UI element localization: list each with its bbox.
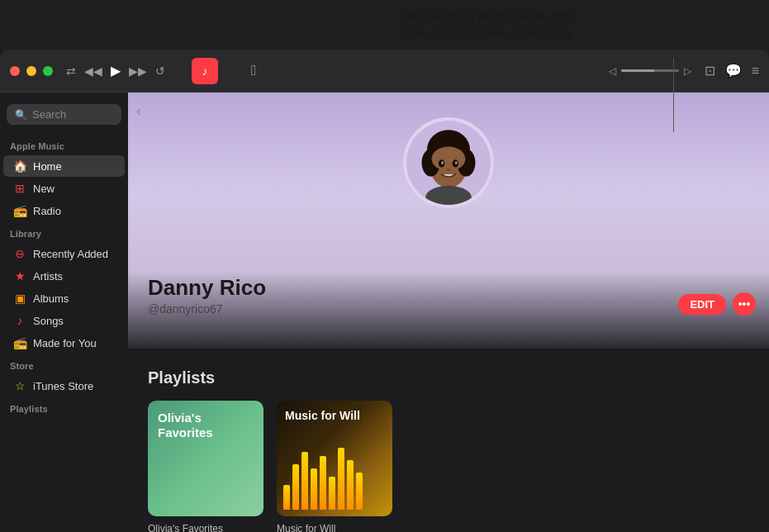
airplay-icon[interactable]: ⊡ xyxy=(705,63,715,78)
sidebar-section-playlists: Playlists xyxy=(0,397,128,417)
playlist-cover-olivias-favorites: Olivia's Favorites xyxy=(148,401,263,516)
playlists-title: Playlists xyxy=(148,368,749,387)
bar-2 xyxy=(292,464,299,510)
sidebar-item-albums[interactable]: ▣ Albums xyxy=(3,287,125,309)
sidebar-item-radio[interactable]: 📻 Radio xyxy=(3,200,125,221)
artists-icon: ★ xyxy=(13,269,26,283)
recently-added-icon: ⊖ xyxy=(13,247,26,260)
music-app-icon: ♪ xyxy=(192,58,218,84)
close-button[interactable] xyxy=(10,66,20,76)
playlist-cover-music-for-will: Music for Will xyxy=(277,401,392,516)
main-layout: 🔍 Search Apple Music 🏠 Home ⊞ New 📻 Radi… xyxy=(0,93,769,532)
content-area: ‹ xyxy=(128,93,769,532)
sidebar-item-itunes-store[interactable]: ☆ iTunes Store xyxy=(3,375,125,397)
repeat-button[interactable]: ↺ xyxy=(155,64,165,78)
profile-actions: EDIT ••• xyxy=(678,292,756,316)
tooltip-line2: (inkludert spesifikke spillelister). xyxy=(401,26,575,40)
bar-3 xyxy=(301,452,308,510)
forward-button[interactable]: ▶▶ xyxy=(129,64,147,78)
sidebar-item-radio-label: Radio xyxy=(33,205,61,217)
playlist-name-music-for-will: Music for Will xyxy=(277,523,392,532)
bar-6 xyxy=(329,477,335,510)
sidebar-item-itunes-store-label: iTunes Store xyxy=(33,380,93,392)
window-controls xyxy=(10,66,53,76)
search-icon: 🔍 xyxy=(15,109,27,121)
sidebar-item-new-label: New xyxy=(33,183,55,195)
albums-icon: ▣ xyxy=(13,292,26,305)
playlists-section: Playlists Olivia's Favorites Ol xyxy=(128,349,769,532)
sidebar-item-artists[interactable]: ★ Artists xyxy=(3,265,125,287)
svg-point-6 xyxy=(432,147,466,172)
volume-low-icon: ◁ xyxy=(609,65,616,77)
search-bar[interactable]: 🔍 Search xyxy=(7,104,121,125)
volume-high-icon: ▷ xyxy=(684,65,691,77)
made-for-you-icon: 📻 xyxy=(13,336,26,349)
more-options-button[interactable]: ••• xyxy=(733,292,756,316)
sidebar-item-recently-added[interactable]: ⊖ Recently Added xyxy=(3,243,125,264)
bar-8 xyxy=(347,460,354,510)
sidebar-item-made-for-you[interactable]: 📻 Made for You xyxy=(3,332,125,354)
bar-7 xyxy=(338,448,344,510)
header-action-icons: ⊡ 💬 ≡ xyxy=(705,63,759,78)
playlist-name-olivias-favorites: Olivia's Favorites xyxy=(148,523,263,532)
tooltip-annotation: Velg hvem du deler musikk med (inkludert… xyxy=(347,7,628,41)
back-button[interactable]: ‹ xyxy=(136,102,141,120)
songs-icon: ♪ xyxy=(13,314,26,327)
edit-button[interactable]: EDIT xyxy=(678,294,726,315)
bar-1 xyxy=(283,485,290,510)
svg-point-13 xyxy=(425,186,472,208)
lyrics-icon[interactable]: 💬 xyxy=(725,63,742,78)
sidebar-item-songs[interactable]: ♪ Songs xyxy=(3,310,125,331)
playlist-card-olivias-favorites[interactable]: Olivia's Favorites Olivia's Favorites Up… xyxy=(148,401,263,532)
profile-avatar xyxy=(403,117,494,208)
shuffle-button[interactable]: ⇄ xyxy=(66,64,76,78)
profile-name-area: Danny Rico @dannyrico67 xyxy=(148,275,266,316)
back-button[interactable]: ◀◀ xyxy=(84,64,102,78)
volume-control[interactable]: ◁ ▷ xyxy=(609,65,691,77)
sidebar-section-library: Library xyxy=(0,222,128,242)
ellipsis-icon: ••• xyxy=(738,297,751,311)
volume-slider[interactable] xyxy=(621,69,679,72)
bar-9 xyxy=(356,473,363,510)
playlist-card-music-for-will[interactable]: Music for Will Music for Will Updated 2 … xyxy=(277,401,392,532)
new-icon: ⊞ xyxy=(13,182,26,195)
sidebar-section-store: Store xyxy=(0,354,128,374)
will-cover-text: Music for Will xyxy=(285,409,360,423)
itunes-store-icon: ☆ xyxy=(13,379,26,392)
will-bars-chart xyxy=(283,444,363,510)
transport-controls: ⇄ ◀◀ ▶ ▶▶ ↺ xyxy=(66,63,165,78)
search-placeholder: Search xyxy=(32,108,66,121)
profile-name: Danny Rico xyxy=(148,275,266,301)
sidebar-item-songs-label: Songs xyxy=(33,315,64,327)
radio-icon: 📻 xyxy=(13,204,26,217)
playlists-grid: Olivia's Favorites Olivia's Favorites Up… xyxy=(148,401,749,532)
sidebar-item-home[interactable]: 🏠 Home xyxy=(3,155,125,177)
sidebar: 🔍 Search Apple Music 🏠 Home ⊞ New 📻 Radi… xyxy=(0,93,128,532)
app-window: ⇄ ◀◀ ▶ ▶▶ ↺ ♪  ◁ ▷ ⊡ 💬 ≡ 🔍 xyxy=(0,50,769,532)
minimize-button[interactable] xyxy=(26,66,36,76)
tooltip-pointer-line xyxy=(673,58,674,132)
titlebar: ⇄ ◀◀ ▶ ▶▶ ↺ ♪  ◁ ▷ ⊡ 💬 ≡ xyxy=(0,50,769,93)
tooltip-line1: Velg hvem du deler musikk med xyxy=(400,8,576,22)
maximize-button[interactable] xyxy=(43,66,53,76)
svg-point-9 xyxy=(441,161,444,164)
sidebar-item-recently-added-label: Recently Added xyxy=(33,248,108,260)
sidebar-item-made-for-you-label: Made for You xyxy=(33,337,97,349)
sidebar-item-home-label: Home xyxy=(33,160,62,173)
apple-logo:  xyxy=(251,62,257,79)
home-icon: 🏠 xyxy=(13,159,26,173)
svg-point-10 xyxy=(455,161,458,164)
svg-point-11 xyxy=(446,168,451,171)
sidebar-item-albums-label: Albums xyxy=(33,292,69,305)
bar-5 xyxy=(320,456,326,510)
queue-icon[interactable]: ≡ xyxy=(752,64,759,78)
memoji-svg xyxy=(406,117,491,208)
music-note-icon: ♪ xyxy=(202,64,208,78)
play-button[interactable]: ▶ xyxy=(111,63,121,78)
sidebar-item-new[interactable]: ⊞ New xyxy=(3,178,125,199)
sidebar-section-apple-music: Apple Music xyxy=(0,135,128,154)
playlist-cover-text-olivia: Olivia's Favorites xyxy=(158,411,213,440)
profile-username: @dannyrico67 xyxy=(148,302,266,316)
bar-4 xyxy=(311,468,317,510)
sidebar-item-artists-label: Artists xyxy=(33,270,63,283)
